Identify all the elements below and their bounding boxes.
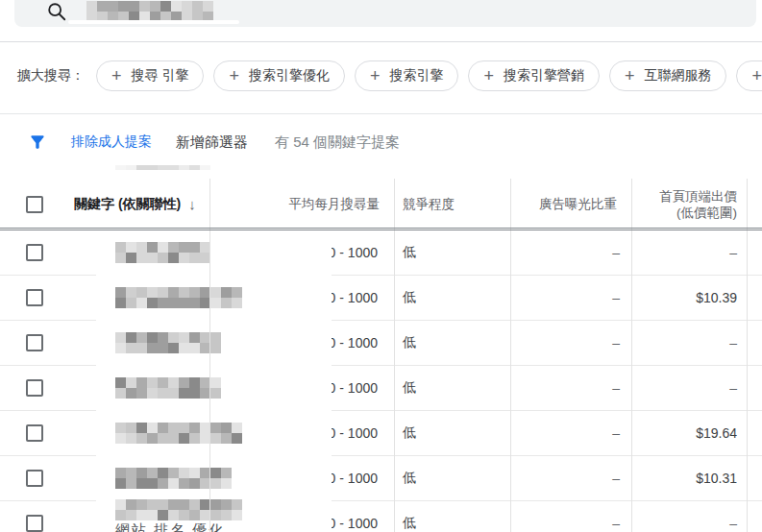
competition-value: 低 [394,411,510,455]
column-divider [394,179,395,532]
plus-icon: + [625,67,635,85]
sort-descending-icon: ↓ [188,196,196,212]
top-of-page-bid-value: $10.39 [631,276,747,320]
pixelated-keyword [115,377,221,399]
row-checkbox[interactable] [26,334,43,351]
table-header: 關鍵字 (依關聯性) ↓ 平均每月搜尋量 競爭程度 廣告曝光比重 首頁頂端出價 … [0,181,762,230]
expand-keyword-chip[interactable]: + 網 [736,60,762,91]
scrolling-row-under-header: 100 - 1000 低 – – [0,165,762,181]
partially-visible-keyword: 網站 排名 優化 [115,522,242,532]
ad-impression-share-value: – [510,276,631,320]
competition-value: 低 [394,276,510,320]
empty-cell [747,276,762,320]
row-checkbox[interactable] [26,470,43,487]
filter-icon[interactable] [28,133,47,152]
competition-header[interactable]: 競爭程度 [394,181,510,228]
top-of-page-bid-value: – [631,321,747,365]
table-row: 網站 排名 優化 100 - 1000 低 – – [0,501,762,532]
competition-value: 低 [394,230,510,275]
divider [0,41,762,42]
expand-keyword-chip[interactable]: + 搜索引擎營銷 [468,60,600,91]
divider [0,113,762,114]
empty-cell [747,456,762,500]
pixelated-keyword [115,332,221,353]
competition-value: 低 [394,321,510,365]
empty-cell [747,411,762,455]
expand-keyword-chip[interactable]: + 搜索引擎 [355,60,459,91]
keyword-header-label: 關鍵字 (依關聯性) [74,196,181,213]
search-text-underline [68,20,239,24]
empty-cell [747,366,762,410]
expand-keyword-chip[interactable]: + 搜索引擎優化 [213,60,345,91]
row-checkbox[interactable] [26,424,43,442]
top-of-page-bid-value: – [631,501,747,532]
chip-label: 搜索引擎優化 [249,67,330,85]
top-of-page-bid-header[interactable]: 首頁頂端出價 (低價範圍) [631,181,747,228]
exclude-adult-filter-link[interactable]: 排除成人提案 [71,133,152,151]
empty-cell [747,321,762,365]
top-of-page-bid-value: – [631,230,747,275]
expand-search-row: 擴大搜尋： + 搜尋 引擎 + 搜索引擎優化 + 搜索引擎 [0,56,762,96]
competition-value: 低 [394,366,510,410]
expand-keyword-chip[interactable]: + 互聯網服務 [609,60,727,91]
search-icon [46,1,67,22]
plus-icon: + [483,67,494,85]
row-checkbox[interactable] [26,515,43,532]
empty-cell [747,230,762,275]
keyword-results-count: 有 54 個關鍵字提案 [275,133,400,152]
pixelated-keyword [115,468,232,489]
row-checkbox[interactable] [26,244,43,261]
pixelated-keyword [115,423,242,444]
ad-impression-share-value: – [510,366,631,410]
suggestion-chips: + 搜尋 引擎 + 搜索引擎優化 + 搜索引擎 + 搜索引擎營銷 [96,60,762,91]
top-of-page-bid-value: – [631,366,747,410]
pixelated-keyword [115,242,210,263]
plus-icon: + [111,67,122,85]
avg-monthly-searches-header[interactable]: 平均每月搜尋量 [209,181,394,228]
keyword-planner-screen: 擴大搜尋： + 搜尋 引擎 + 搜索引擎優化 + 搜索引擎 [0,0,762,532]
add-filter-button[interactable]: 新增篩選器 [176,133,248,152]
column-divider [209,179,210,532]
row-checkbox[interactable] [26,379,43,397]
top-of-page-bid-value: $19.64 [631,411,747,455]
column-divider [747,179,748,532]
keyword-cell: 網站 排名 優化 [0,501,209,532]
redacted-keyword: 網站 排名 優化 [96,495,332,532]
empty-cell [747,501,762,532]
chip-label: 互聯網服務 [644,67,711,85]
ad-impression-share-value: – [510,321,631,365]
expand-keyword-chip[interactable]: + 搜尋 引擎 [96,60,204,91]
competition-value: 低 [394,501,510,532]
row-checkbox[interactable] [26,289,43,306]
filter-bar: 排除成人提案 新增篩選器 有 54 個關鍵字提案 [0,121,762,163]
column-divider [631,179,632,532]
ad-impression-share-value: – [510,411,631,455]
pixelated-keyword [115,287,242,308]
competition-value: 低 [394,456,510,500]
column-divider [510,179,511,532]
ad-impression-share-header[interactable]: 廣告曝光比重 [510,181,631,228]
table-body: 100 - 1000 低 – – 100 - 1000 [0,230,762,532]
chip-label: 搜索引擎 [389,67,443,85]
ad-impression-share-value: – [510,456,631,500]
plus-icon: + [751,67,762,85]
empty-header-cell [747,181,762,228]
keyword-search-bar[interactable] [14,0,756,27]
keyword-header-cell[interactable]: 關鍵字 (依關聯性) ↓ [0,181,209,228]
expand-search-label: 擴大搜尋： [17,67,85,85]
chip-label: 搜尋 引擎 [132,67,189,85]
plus-icon: + [229,67,239,85]
select-all-checkbox[interactable] [26,196,43,213]
top-of-page-bid-value: $10.31 [631,456,747,500]
plus-icon: + [370,67,381,85]
ad-impression-share-value: – [510,501,631,532]
ad-impression-share-value: – [510,230,631,275]
pixelated-keyword [115,499,242,520]
chip-label: 搜索引擎營銷 [504,67,584,85]
redacted-search-query [86,1,213,22]
